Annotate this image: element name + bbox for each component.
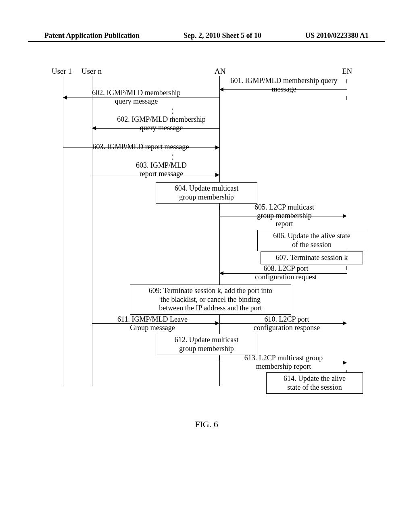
tick-605 — [219, 206, 219, 210]
box-609: 609: Terminate session k, add the port i… — [130, 285, 291, 315]
tick-608 — [346, 266, 347, 270]
arrow-611 — [92, 323, 215, 324]
arrowhead-608 — [219, 271, 223, 275]
msg-603b: 603. IGMP/MLDreport message — [113, 161, 210, 178]
actor-en: EN — [342, 67, 352, 76]
arrowhead-605 — [343, 214, 347, 218]
msg-613: 613. L2CP multicast groupmembership repo… — [225, 354, 342, 370]
arrow-602b — [96, 128, 219, 129]
arrowhead-602a — [63, 96, 67, 100]
arrowhead-610 — [343, 321, 347, 325]
box-604: 604. Update multicastgroup membership — [156, 182, 257, 204]
box-612: 612. Update multicastgroup membership — [156, 334, 257, 355]
msg-602a: 602. IGMP/MLD membershipquery message — [72, 89, 201, 105]
actor-an: AN — [215, 67, 225, 76]
header-right: US 2010/0223380 A1 — [305, 31, 369, 40]
arrow-603b — [92, 175, 215, 175]
actor-user1: User 1 — [52, 67, 72, 76]
arrow-613 — [219, 363, 343, 363]
tick-601b — [346, 96, 347, 100]
header-left: Patent Application Publication — [44, 31, 140, 40]
box-606: 606. Update the alive stateof the sessio… — [257, 230, 366, 251]
box-607: 607. Terminate session k — [261, 251, 363, 264]
box-614: 614. Update the alivestate of the sessio… — [266, 372, 363, 394]
arrowhead-603a — [215, 145, 219, 150]
arrowhead-613 — [343, 361, 347, 365]
figure-label: FIG. 6 — [0, 419, 413, 430]
arrow-608 — [223, 273, 347, 274]
arrow-610 — [219, 323, 343, 324]
actor-usern: User n — [81, 67, 102, 76]
msg-603a: 603. IGMP/MLD report message — [66, 143, 215, 151]
msg-602b: 602. IGMP/MLD membership query message — [109, 115, 214, 132]
arrow-601 — [223, 89, 347, 90]
arrow-605 — [219, 216, 343, 216]
tick-601a — [346, 79, 347, 83]
arrowhead-602b — [92, 126, 96, 130]
lifeline-usern — [92, 76, 92, 386]
tick-613a — [219, 356, 219, 360]
arrowhead-603b — [215, 173, 219, 177]
arrow-602a — [67, 98, 219, 98]
sequence-diagram: User 1 User n AN EN 601. IGMP/MLD member… — [48, 67, 355, 386]
msg-601: 601. IGMP/MLD membership query message — [227, 77, 340, 93]
header-rule — [28, 41, 385, 42]
arrowhead-611 — [215, 321, 219, 325]
arrow-603a — [63, 148, 215, 148]
header-center: Sep. 2, 2010 Sheet 5 of 10 — [184, 31, 261, 40]
lifeline-user1 — [63, 76, 63, 386]
page-header: Patent Application Publication Sep. 2, 2… — [0, 31, 413, 40]
msg-608: 608. L2CP portconfiguration request — [236, 264, 336, 281]
arrowhead-601 — [219, 87, 223, 91]
